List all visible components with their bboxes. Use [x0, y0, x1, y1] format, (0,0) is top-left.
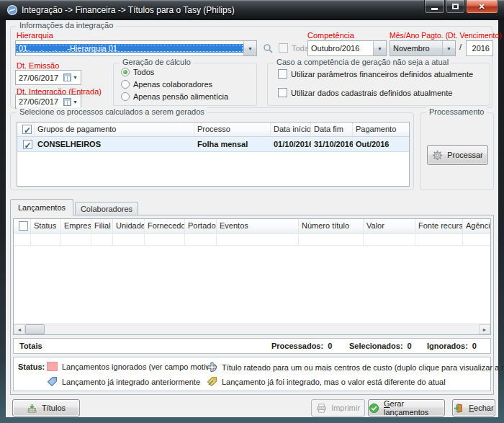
scroll-left-arrow[interactable]: ◄: [14, 324, 25, 334]
search-icon[interactable]: [263, 43, 274, 54]
group-geracao-calculo: Geração de cálculo Todos Apenas colabora…: [113, 63, 257, 106]
cross-icon: [207, 362, 217, 373]
totals-ignorados: Ignorados:0: [427, 342, 477, 350]
tag-yellow-icon: [207, 376, 217, 387]
totals-selecionados: Selecionados:0: [349, 342, 412, 350]
table-row[interactable]: CONSELHEIROS Folha mensal 01/10/2016 31/…: [17, 137, 409, 152]
tab-label: Colaboradores: [81, 205, 132, 213]
radio-icon: [121, 68, 130, 76]
chevron-down-icon[interactable]: ▼: [243, 41, 256, 55]
totals-processados: Processados:0: [271, 342, 332, 350]
tab-label: Lançamentos: [18, 203, 66, 212]
calendar-icon[interactable]: [63, 98, 71, 106]
titulos-button[interactable]: Títulos: [12, 399, 80, 417]
group-label: Informações da integração: [17, 21, 116, 30]
radio-todos[interactable]: Todos: [121, 68, 154, 76]
minimize-button[interactable]: [424, 0, 445, 14]
mes-pagto-value: Novembro: [390, 44, 442, 53]
select-all-checkbox[interactable]: [22, 125, 32, 134]
gerar-lancamentos-button[interactable]: Gerar lançamentos: [368, 399, 445, 417]
checkbox-dados-cadastrais[interactable]: Utilizar dados cadastrais definidos atua…: [278, 88, 452, 97]
exit-door-icon: [454, 403, 464, 414]
cell-data-fim: 31/10/2016: [311, 137, 353, 151]
cell-data-inicio: 01/10/2016: [271, 137, 311, 151]
column-header[interactable]: Status: [31, 219, 61, 233]
dt-emissao-field[interactable]: 27/06/2017 ▼: [15, 70, 81, 85]
column-header[interactable]: Grupos de pagamento: [35, 123, 194, 137]
column-header[interactable]: Fornecedor: [145, 219, 185, 233]
hierarquia-value: 01. . . -Hierarquia 01: [16, 44, 243, 53]
maximize-button[interactable]: [446, 0, 465, 14]
radio-apenas-colaboradores[interactable]: Apenas colaboradores: [121, 80, 212, 89]
column-header[interactable]: Eventos: [217, 219, 299, 233]
column-header[interactable]: Data início: [271, 123, 311, 137]
chevron-down-icon[interactable]: ▼: [442, 41, 455, 55]
chevron-down-icon[interactable]: ▼: [73, 99, 78, 104]
column-header[interactable]: Processo: [194, 123, 271, 137]
radio-apenas-pensao[interactable]: Apenas pensão alimentícia: [121, 92, 228, 101]
dt-integracao-field[interactable]: 27/06/2017 ▼: [15, 94, 81, 109]
radio-label: Todos: [133, 68, 154, 76]
lancamentos-table-header[interactable]: Status Empresa Filial Unidade Fornecedor…: [14, 219, 490, 233]
scrollbar-thumb[interactable]: [25, 324, 45, 334]
fechar-button[interactable]: Fechar: [452, 399, 495, 417]
group-label: Geração de cálculo: [120, 58, 194, 66]
radio-icon: [121, 80, 130, 89]
checkbox-icon: [278, 88, 287, 97]
column-header[interactable]: Número título: [299, 219, 364, 233]
group-label: Processamento: [426, 107, 487, 116]
legend-item-valor-diferente: Lançamento já foi integrado, mas o valor…: [207, 376, 446, 387]
group-label: Caso a competência de geração não seja a…: [274, 58, 451, 66]
date-separator: /: [459, 43, 462, 51]
column-header[interactable]: Filial: [91, 219, 113, 233]
column-header[interactable]: Agência: [463, 219, 491, 233]
checkbox-parametros-financeiros[interactable]: Utilizar parâmetros financeiros definido…: [278, 69, 473, 79]
titulos-label: Títulos: [42, 404, 66, 412]
column-header[interactable]: Valor: [364, 219, 415, 233]
legend-item-integrado: Lançamento já integrado anteriormente: [47, 376, 200, 387]
competencia-combobox[interactable]: Outubro/2016 ▼: [307, 40, 387, 56]
dt-integracao-value: 27/06/2017: [19, 97, 58, 106]
empty-row: [14, 233, 490, 246]
printer-icon: [316, 403, 327, 414]
checkbox-label: Utilizar dados cadastrais definidos atua…: [291, 89, 452, 97]
hierarquia-label: Hierarquia: [17, 31, 53, 40]
window-title: Integração -> Financeira -> Títulos para…: [22, 5, 235, 15]
imprimir-label: Imprimir: [331, 404, 360, 412]
checkbox-label: Utilizar parâmetros financeiros definido…: [291, 70, 473, 79]
group-processos: Selecione os processos calculados a sere…: [10, 112, 414, 190]
status-legend-label: Status:: [18, 362, 45, 371]
process-table-header[interactable]: Grupos de pagamento Processo Data início…: [17, 123, 409, 137]
horizontal-scrollbar[interactable]: ◄ ►: [14, 324, 490, 334]
select-all-checkbox[interactable]: [19, 221, 28, 231]
column-header[interactable]: Data fim: [311, 123, 353, 137]
lancamentos-table: Status Empresa Filial Unidade Fornecedor…: [13, 218, 491, 335]
row-checkbox[interactable]: [23, 140, 32, 149]
calendar-icon[interactable]: [63, 74, 71, 81]
column-header[interactable]: Pagamento: [353, 123, 410, 137]
chevron-down-icon[interactable]: ▼: [73, 75, 78, 80]
column-header[interactable]: Empresa: [61, 219, 91, 233]
column-header[interactable]: Portador: [185, 219, 217, 233]
totals-bar: Totais Processados:0 Selecionados:0 Igno…: [13, 338, 491, 354]
competencia-value: Outubro/2016: [308, 44, 373, 53]
dialog-window: Integração -> Financeira -> Títulos para…: [0, 0, 504, 423]
gear-icon: [432, 150, 443, 161]
ano-pagto-field[interactable]: 2016: [466, 40, 493, 56]
tab-lancamentos[interactable]: Lançamentos: [10, 199, 73, 215]
imprimir-button[interactable]: Imprimir: [311, 399, 365, 417]
processar-button[interactable]: Processar: [427, 145, 488, 165]
column-header[interactable]: Fonte recurso: [415, 219, 463, 233]
hierarquia-combobox[interactable]: 01. . . -Hierarquia 01 ▼: [15, 40, 257, 56]
column-header[interactable]: Unidade: [113, 219, 145, 233]
title-bar[interactable]: Integração -> Financeira -> Títulos para…: [0, 0, 504, 20]
tab-colaboradores[interactable]: Colaboradores: [75, 202, 138, 215]
cell-pagamento: Out/2016: [353, 137, 410, 151]
totals-processados-value: 0: [328, 342, 332, 350]
chevron-down-icon[interactable]: ▼: [373, 41, 386, 55]
mes-pagto-combobox[interactable]: Novembro ▼: [390, 40, 456, 56]
cell-processo: Folha mensal: [194, 137, 271, 151]
scroll-right-arrow[interactable]: ►: [479, 324, 490, 334]
dialog-client-area: Informações da integração Hierarquia 01.…: [6, 20, 498, 417]
close-button[interactable]: ✕: [466, 0, 498, 14]
